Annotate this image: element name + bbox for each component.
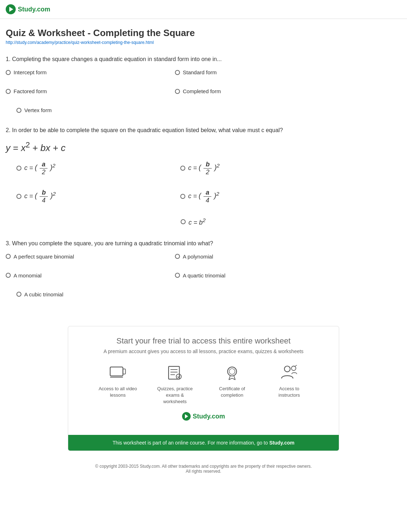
option-3c[interactable]: A monomial	[6, 272, 146, 278]
svg-point-8	[228, 367, 237, 376]
premium-logo: Study.com	[79, 412, 328, 428]
option-2a-label: c = ( a 2 )2	[24, 161, 55, 176]
premium-play-icon	[185, 414, 188, 418]
site-logo[interactable]: Study.com	[6, 4, 50, 14]
option-3e-label: A cubic trinomial	[24, 291, 63, 297]
feature-certificate-icon	[222, 363, 242, 383]
footer-copyright: © copyright 2003-2015 Study.com. All oth…	[6, 464, 401, 469]
footer-rights: All rights reserved.	[6, 469, 401, 474]
option-3e[interactable]: A cubic trinomial	[16, 291, 316, 297]
feature-quizzes-icon	[165, 363, 185, 383]
feature-certificate: Certificate of completion	[212, 363, 252, 405]
premium-box: Start your free trial to access this ent…	[68, 326, 339, 451]
option-3d-label: A quartic trinomial	[183, 272, 225, 278]
option-2e[interactable]: c = b2	[181, 217, 316, 226]
radio-2b[interactable]	[180, 166, 185, 171]
radio-2e[interactable]	[181, 219, 186, 224]
question-2: 2. In order to be able to complete the s…	[6, 126, 316, 226]
main-content: Quiz & Worksheet - Completing the Square…	[0, 19, 321, 319]
option-3d[interactable]: A quartic trinomial	[175, 272, 316, 278]
option-3b[interactable]: A polynomial	[175, 254, 316, 260]
feature-instructors-label: Access to instructors	[270, 386, 309, 398]
option-1c[interactable]: Factored form	[6, 88, 146, 94]
option-2c-label: c = ( b 4 )2	[24, 189, 56, 204]
premium-logo-icon	[182, 412, 191, 421]
option-1a-label: Intercept form	[14, 69, 47, 75]
option-1b-label: Standard form	[183, 69, 217, 75]
page-header: Study.com	[0, 0, 407, 19]
radio-2d[interactable]	[180, 194, 185, 199]
logo-text: Study.com	[18, 6, 50, 13]
question-1: 1. Completing the square changes a quadr…	[6, 55, 316, 113]
option-3c-label: A monomial	[14, 272, 41, 278]
question-1-options: Intercept form Standard form Factored fo…	[6, 69, 316, 113]
svg-point-14	[285, 366, 290, 372]
svg-point-15	[291, 366, 296, 371]
logo-icon	[6, 4, 16, 14]
premium-cta: This worksheet is part of an online cour…	[68, 435, 339, 451]
radio-1a[interactable]	[6, 70, 11, 75]
premium-cta-text: This worksheet is part of an online cour…	[112, 440, 268, 446]
option-1d-label: Completed form	[183, 88, 221, 94]
feature-instructors: Access to instructors	[270, 363, 309, 405]
option-2b[interactable]: c = ( b 2 )2	[180, 161, 316, 176]
radio-2a[interactable]	[16, 166, 21, 171]
feature-instructors-icon	[279, 363, 299, 383]
radio-1c[interactable]	[6, 89, 11, 94]
feature-quizzes-label: Quizzes, practice exams & worksheets	[155, 386, 195, 405]
radio-3b[interactable]	[175, 254, 180, 259]
premium-cta-link[interactable]: Study.com	[269, 440, 295, 446]
question-3-options: A perfect square binomial A polynomial A…	[6, 254, 316, 297]
premium-subtitle: A premium account gives you access to al…	[79, 348, 328, 354]
feature-videos-icon	[108, 363, 128, 383]
option-2a[interactable]: c = ( a 2 )2	[16, 161, 152, 176]
option-2c[interactable]: c = ( b 4 )2	[16, 189, 152, 204]
radio-1b[interactable]	[175, 70, 180, 75]
feature-videos-label: Access to all video lessons	[98, 386, 137, 398]
question-2-equation: y = x2 + bx + c	[6, 140, 316, 154]
option-1e[interactable]: Vertex form	[16, 107, 316, 113]
radio-3e[interactable]	[16, 292, 21, 297]
option-3b-label: A polynomial	[183, 254, 213, 260]
option-3a-label: A perfect square binomial	[14, 254, 74, 260]
page-title: Quiz & Worksheet - Completing the Square	[6, 27, 316, 39]
premium-logo-text: Study.com	[193, 413, 225, 420]
option-1a[interactable]: Intercept form	[6, 69, 146, 75]
option-2b-label: c = ( b 2 )2	[188, 161, 220, 176]
svg-line-16	[295, 365, 297, 366]
radio-1d[interactable]	[175, 89, 180, 94]
option-1d[interactable]: Completed form	[175, 88, 316, 94]
radio-3a[interactable]	[6, 254, 11, 259]
svg-point-9	[229, 368, 235, 374]
feature-quizzes: Quizzes, practice exams & worksheets	[155, 363, 195, 405]
question-3-text: 3. When you complete the square, you are…	[6, 239, 316, 248]
page-url: http://study.com/academy/practice/quiz-w…	[6, 40, 316, 45]
option-2d-label: c = ( a 4 )2	[188, 189, 219, 204]
question-3: 3. When you complete the square, you are…	[6, 239, 316, 297]
feature-videos: Access to all video lessons	[98, 363, 137, 405]
option-3a[interactable]: A perfect square binomial	[6, 254, 146, 260]
option-1c-label: Factored form	[14, 88, 47, 94]
option-2d[interactable]: c = ( a 4 )2	[180, 189, 316, 204]
radio-2c[interactable]	[16, 194, 21, 199]
premium-content: Start your free trial to access this ent…	[68, 326, 339, 435]
radio-3c[interactable]	[6, 273, 11, 278]
svg-rect-0	[110, 367, 123, 376]
question-1-text: 1. Completing the square changes a quadr…	[6, 55, 316, 64]
question-2-options: c = ( a 2 )2 c =	[6, 161, 316, 226]
option-1e-label: Vertex form	[24, 107, 52, 113]
option-1b[interactable]: Standard form	[175, 69, 316, 75]
features-row: Access to all video lessons Quizzes, pra…	[79, 363, 328, 405]
radio-3d[interactable]	[175, 273, 180, 278]
question-2-text: 2. In order to be able to complete the s…	[6, 126, 316, 135]
premium-title: Start your free trial to access this ent…	[79, 336, 328, 346]
radio-1e[interactable]	[16, 108, 21, 113]
svg-point-7	[176, 374, 181, 379]
page-footer: © copyright 2003-2015 Study.com. All oth…	[0, 458, 407, 480]
option-2e-label: c = b2	[189, 217, 206, 226]
feature-certificate-label: Certificate of completion	[212, 386, 252, 398]
play-icon	[9, 7, 13, 12]
